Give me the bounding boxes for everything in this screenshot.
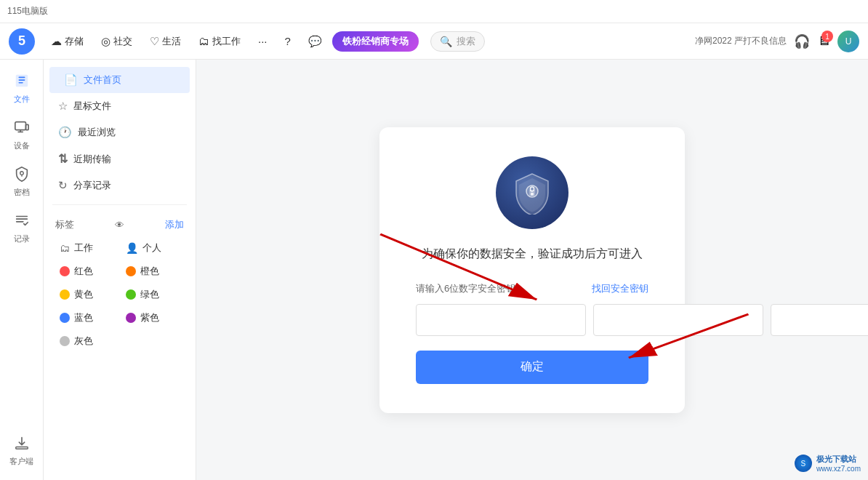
nav-more1[interactable]: ···	[251, 31, 275, 52]
strip-item-device[interactable]: 设备	[0, 113, 43, 157]
personal-tag-icon: 👤	[126, 242, 138, 254]
red-dot	[60, 266, 70, 276]
tag-purple[interactable]: 紫色	[121, 308, 185, 327]
icon-strip: 文件 设备 密档	[0, 60, 44, 480]
headphone-icon: 🎧	[794, 34, 810, 49]
tag-label-yellow: 黄色	[74, 288, 93, 301]
tag-add-button[interactable]: 添加	[165, 218, 184, 231]
nav-jobs[interactable]: 🗂 找工作	[191, 31, 248, 52]
svg-rect-7	[15, 447, 28, 449]
tag-label-work: 工作	[74, 241, 93, 255]
security-title: 为确保你的数据安全，验证成功后方可进入	[422, 247, 643, 262]
nav-social[interactable]: ◎ 社交	[94, 31, 140, 52]
share-icon: ↻	[58, 179, 68, 192]
star-icon: ☆	[58, 100, 68, 113]
menu-item-home[interactable]: 📄 文件首页	[49, 67, 190, 93]
nav-life[interactable]: ♡ 生活	[142, 31, 188, 52]
orange-dot	[126, 266, 136, 276]
briefcase-icon: 🗂	[198, 35, 209, 47]
shield-svg	[510, 171, 554, 215]
tag-red[interactable]: 红色	[55, 262, 118, 281]
strip-item-vault[interactable]: 密档	[0, 160, 43, 204]
tag-blue[interactable]: 蓝色	[55, 308, 118, 327]
strip-item-file[interactable]: 文件	[0, 67, 43, 111]
headphone-wrap[interactable]: 🎧	[794, 33, 810, 49]
menu-label-home: 文件首页	[84, 73, 121, 87]
user-avatar[interactable]: U	[837, 31, 859, 52]
transfer-icon: ⇅	[58, 152, 68, 166]
svg-rect-2	[25, 124, 28, 129]
tag-yellow[interactable]: 黄色	[55, 285, 118, 304]
tag-label-personal: 个人	[142, 241, 161, 255]
avatar-initial: U	[845, 36, 852, 47]
nav-storage[interactable]: ☁ 存储	[44, 31, 91, 52]
tag-green[interactable]: 绿色	[121, 285, 185, 304]
strip-label-vault: 密档	[14, 187, 30, 198]
menu-item-transfer[interactable]: ⇅ 近期传输	[44, 145, 196, 172]
nav-right-area: 净网2022 严打不良信息 🎧 🖥 1 U	[695, 31, 859, 52]
tag-label-gray: 灰色	[74, 335, 93, 348]
tag-work[interactable]: 🗂 工作	[55, 239, 118, 257]
svg-rect-1	[15, 122, 25, 130]
work-tag-icon: 🗂	[60, 242, 70, 254]
green-dot	[126, 289, 136, 300]
pin-input-3[interactable]	[771, 304, 868, 336]
file-icon	[14, 73, 30, 92]
recovery-link[interactable]: 找回安全密钥	[592, 282, 648, 295]
sidebar-divider	[52, 204, 187, 205]
main-content: 为确保你的数据安全，验证成功后方可进入 请输入6位数字安全密钥 找回安全密钥 确…	[196, 60, 868, 480]
menu-item-recent[interactable]: 🕐 最近浏览	[44, 119, 196, 145]
monitor-wrap[interactable]: 🖥 1	[817, 33, 830, 49]
tag-personal[interactable]: 👤 个人	[121, 239, 185, 257]
tag-title: 标签	[55, 218, 74, 231]
pin-input-2[interactable]	[593, 304, 763, 336]
home-file-icon: 📄	[64, 73, 78, 87]
yellow-dot	[60, 289, 70, 300]
download-icon	[14, 435, 30, 455]
menu-label-share: 分享记录	[73, 179, 111, 192]
menu-item-share[interactable]: ↻ 分享记录	[44, 172, 196, 199]
tag-gray[interactable]: 灰色	[55, 332, 118, 351]
tag-label-red: 红色	[74, 265, 93, 278]
strip-label-file: 文件	[14, 94, 30, 105]
gray-dot	[60, 336, 70, 346]
nav-promo-banner[interactable]: 铁粉经销商专场	[332, 31, 419, 52]
device-icon	[14, 119, 30, 139]
menu-label-recent: 最近浏览	[78, 126, 116, 139]
svg-rect-0	[15, 75, 28, 87]
record-icon	[14, 212, 30, 232]
tag-header: 标签 👁 添加	[55, 218, 184, 231]
search-bar[interactable]: 🔍 搜索	[430, 31, 485, 52]
nav-help[interactable]: ?	[278, 31, 298, 52]
app-title: 115电脑版	[7, 5, 48, 17]
file-sidebar: 📄 文件首页 ☆ 星标文件 🕐 最近浏览 ⇅ 近期传输 ↻ 分享记录 标签 👁 …	[44, 60, 196, 480]
strip-item-record[interactable]: 记录	[0, 207, 43, 250]
tag-grid: 🗂 工作 👤 个人 红色 橙色	[55, 239, 184, 351]
pin-input-1[interactable]	[416, 304, 586, 336]
strip-label-record: 记录	[14, 233, 30, 244]
logo[interactable]: 5	[9, 28, 35, 55]
shield-container	[496, 156, 568, 229]
pin-label: 请输入6位数字安全密钥	[416, 282, 515, 295]
confirm-button[interactable]: 确定	[416, 351, 648, 384]
notification-badge: 1	[821, 31, 833, 42]
nav-chat[interactable]: 💬	[301, 31, 329, 52]
search-placeholder: 搜索	[457, 35, 475, 48]
blue-dot	[60, 313, 70, 323]
menu-item-starred[interactable]: ☆ 星标文件	[44, 93, 196, 119]
watermark-text: 极光下载站	[816, 454, 861, 465]
tag-orange[interactable]: 橙色	[121, 262, 185, 281]
social-icon: ◎	[101, 35, 110, 48]
pin-inputs	[416, 304, 648, 336]
pin-row: 请输入6位数字安全密钥 找回安全密钥	[416, 282, 648, 295]
watermark: S 极光下载站 www.xz7.com	[795, 454, 861, 473]
main-layout: 文件 设备 密档	[0, 60, 868, 480]
heart-icon: ♡	[150, 35, 159, 48]
tag-label-blue: 蓝色	[74, 311, 93, 324]
strip-item-client[interactable]: 客户端	[9, 429, 33, 473]
watermark-subtext: www.xz7.com	[816, 465, 861, 473]
search-icon: 🔍	[440, 36, 452, 47]
chat-icon: 💬	[308, 35, 322, 48]
menu-label-starred: 星标文件	[73, 100, 111, 113]
tag-section: 标签 👁 添加 🗂 工作 👤 个人 红色	[44, 211, 196, 358]
